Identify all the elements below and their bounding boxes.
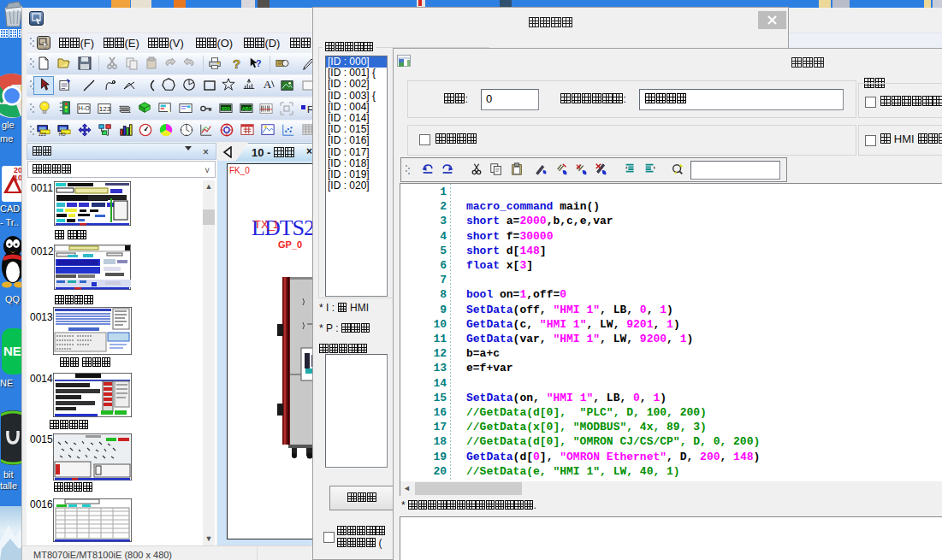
svg-text:123: 123 (99, 105, 111, 113)
svg-text:999: 999 (222, 105, 231, 111)
svg-text:?: ? (233, 56, 240, 70)
svg-text:A: A (264, 78, 272, 91)
svg-text:HO: HO (59, 132, 66, 137)
svg-text:H-O: H-O (79, 105, 91, 112)
svg-text:ABC: ABC (242, 105, 253, 111)
svg-text:123: 123 (39, 132, 46, 137)
svg-text:?: ? (256, 58, 262, 68)
